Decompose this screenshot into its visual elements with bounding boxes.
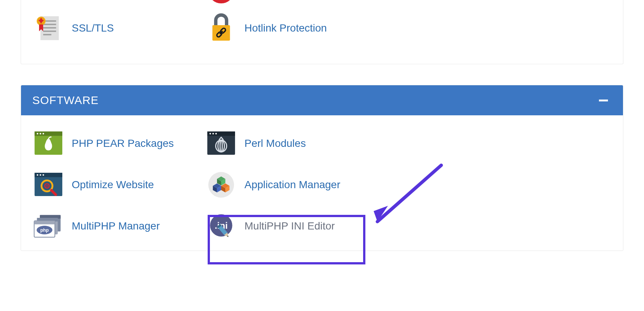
svg-point-3 xyxy=(210,0,232,2)
ini-pencil-icon: .ini xyxy=(205,213,237,240)
optimize-website-label: Optimize Website xyxy=(72,179,154,191)
svg-rect-8 xyxy=(43,27,56,29)
multiphp-ini-editor-item[interactable]: .ini MultiPHP INI Editor xyxy=(205,205,378,247)
software-panel: SOFTWARE PHP PEAR Packages xyxy=(21,85,623,251)
ssl-tls-item[interactable]: SSL/TLS xyxy=(32,8,205,49)
no-entry-icon xyxy=(205,0,237,4)
svg-point-32 xyxy=(36,174,38,176)
svg-rect-10 xyxy=(43,34,51,35)
perl-modules-label: Perl Modules xyxy=(244,137,306,149)
security-panel: SSL/TLS Hotlink Protection xyxy=(21,0,623,64)
svg-point-20 xyxy=(39,133,41,134)
optimize-website-item[interactable]: Optimize Website xyxy=(32,164,205,205)
lock-link-icon xyxy=(205,15,237,42)
svg-point-26 xyxy=(215,133,217,134)
svg-rect-45 xyxy=(34,221,54,225)
multiphp-ini-editor-label: MultiPHP INI Editor xyxy=(244,220,335,232)
application-manager-label: Application Manager xyxy=(244,179,340,191)
svg-rect-31 xyxy=(35,173,62,177)
hotlink-protection-item[interactable]: Hotlink Protection xyxy=(205,8,378,49)
hotlink-protection-label: Hotlink Protection xyxy=(244,22,327,34)
svg-point-33 xyxy=(39,174,41,176)
svg-point-24 xyxy=(209,133,211,134)
svg-rect-9 xyxy=(43,30,56,32)
collapse-minus-icon xyxy=(599,100,608,101)
multiphp-manager-item[interactable]: php MultiPHP Manager xyxy=(32,205,205,247)
pear-window-icon xyxy=(32,130,64,157)
svg-point-21 xyxy=(42,133,44,134)
perl-modules-item[interactable]: Perl Modules xyxy=(205,123,378,164)
svg-point-19 xyxy=(36,133,38,134)
php-pear-packages-label: PHP PEAR Packages xyxy=(72,137,174,149)
svg-point-37 xyxy=(46,185,48,187)
php-pear-packages-item[interactable]: PHP PEAR Packages xyxy=(32,123,205,164)
svg-rect-7 xyxy=(43,24,56,25)
svg-point-25 xyxy=(212,133,214,134)
svg-text:php: php xyxy=(40,228,49,233)
multiphp-manager-label: MultiPHP Manager xyxy=(72,220,160,232)
software-section-header[interactable]: SOFTWARE xyxy=(21,85,623,115)
ssl-tls-label: SSL/TLS xyxy=(72,22,114,34)
software-header-title: SOFTWARE xyxy=(32,94,99,107)
svg-rect-23 xyxy=(207,131,235,136)
cube-cluster-icon xyxy=(205,171,237,198)
svg-point-34 xyxy=(42,174,44,176)
security-item-partial-2[interactable] xyxy=(205,0,378,4)
php-stack-icon: php xyxy=(32,213,64,240)
certificate-icon xyxy=(32,15,64,42)
magnify-gear-window-icon xyxy=(32,171,64,198)
security-item-partial-1[interactable] xyxy=(32,0,205,4)
laptop-icon xyxy=(32,0,64,4)
svg-rect-18 xyxy=(35,131,62,136)
onion-window-icon xyxy=(205,130,237,157)
application-manager-item[interactable]: Application Manager xyxy=(205,164,378,205)
